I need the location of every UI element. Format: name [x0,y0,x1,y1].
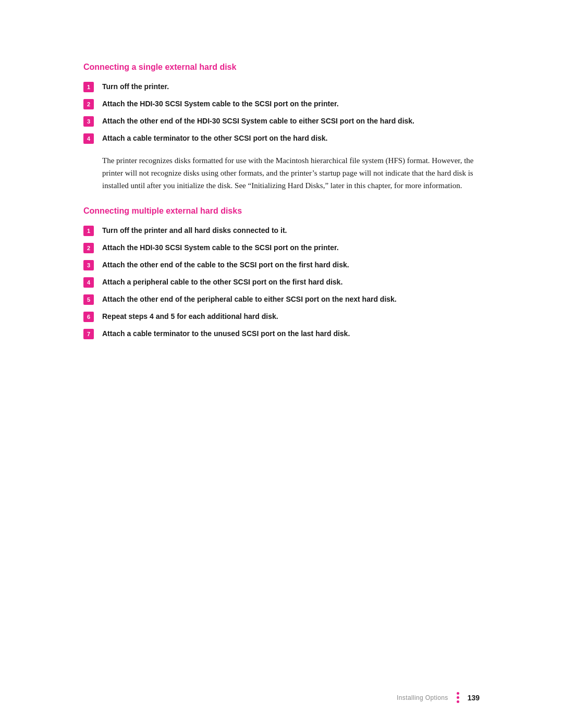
step-number-4: 4 [83,133,94,144]
footer-dots-decoration [457,692,459,703]
step-text-2: Attach the HDI-30 SCSI System cable to t… [102,98,480,109]
step-item: 7 Attach a cable terminator to the unuse… [83,328,480,339]
step-number-s2-2: 2 [83,243,94,253]
step-number-s2-7: 7 [83,329,94,339]
step-text-s2-6: Repeat steps 4 and 5 for each additional… [102,311,480,322]
step-number-1: 1 [83,82,94,92]
footer-dot-2 [457,696,459,699]
step-item: 3 Attach the other end of the cable to t… [83,260,480,270]
step-item: 5 Attach the other end of the peripheral… [83,294,480,305]
footer-page-number: 139 [468,694,480,702]
footer-section-label: Installing Options [397,694,448,701]
step-item: 4 Attach a peripheral cable to the other… [83,277,480,288]
step-number-s2-1: 1 [83,226,94,236]
section1-steps-list: 1 Turn off the printer. 2 Attach the HDI… [83,81,480,144]
footer-dot-1 [457,692,459,695]
step-text-s2-7: Attach a cable terminator to the unused … [102,328,480,339]
step-item: 6 Repeat steps 4 and 5 for each addition… [83,311,480,322]
section-single-disk: Connecting a single external hard disk 1… [83,63,480,192]
section2-steps-list: 1 Turn off the printer and all hard disk… [83,225,480,339]
step-item: 2 Attach the HDI-30 SCSI System cable to… [83,242,480,253]
step-text-1: Turn off the printer. [102,81,480,92]
step-text-4: Attach a cable terminator to the other S… [102,133,480,144]
step-text-s2-3: Attach the other end of the cable to the… [102,260,480,270]
step-text-s2-1: Turn off the printer and all hard disks … [102,225,480,236]
step-item: 1 Turn off the printer. [83,81,480,92]
step-number-s2-5: 5 [83,294,94,305]
step-item: 1 Turn off the printer and all hard disk… [83,225,480,236]
page-footer: Installing Options 139 [397,692,480,703]
step-text-s2-2: Attach the HDI-30 SCSI System cable to t… [102,242,480,253]
section2-title: Connecting multiple external hard disks [83,206,480,216]
section1-title: Connecting a single external hard disk [83,63,480,72]
step-number-2: 2 [83,99,94,109]
footer-dot-3 [457,700,459,703]
step-text-3: Attach the other end of the HDI-30 SCSI … [102,116,480,127]
step-number-3: 3 [83,116,94,127]
step-text-s2-4: Attach a peripheral cable to the other S… [102,277,480,288]
step-text-s2-5: Attach the other end of the peripheral c… [102,294,480,305]
section1-body-text: The printer recognizes disks formatted f… [102,154,480,192]
step-item: 3 Attach the other end of the HDI-30 SCS… [83,116,480,127]
step-number-s2-6: 6 [83,312,94,322]
step-number-s2-4: 4 [83,277,94,288]
section-multiple-disks: Connecting multiple external hard disks … [83,206,480,339]
step-number-s2-3: 3 [83,260,94,270]
page-content: Connecting a single external hard disk 1… [0,0,563,393]
step-item: 4 Attach a cable terminator to the other… [83,133,480,144]
step-item: 2 Attach the HDI-30 SCSI System cable to… [83,98,480,109]
